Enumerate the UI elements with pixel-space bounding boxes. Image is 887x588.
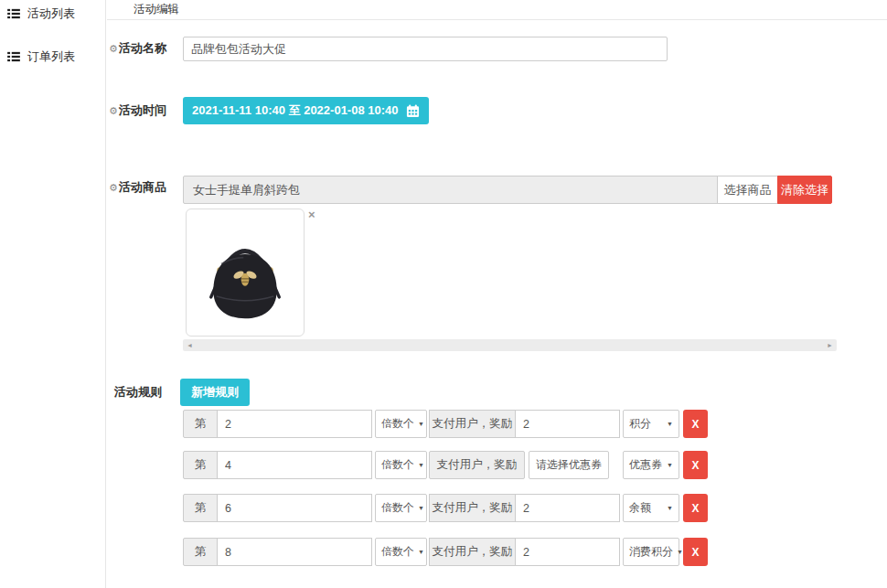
ordinal-input[interactable] [217,451,372,479]
remove-product-icon[interactable]: × [308,208,315,220]
rule-row: 第 倍数个▼ 支付用户，奖励 消费积分▼ X [183,538,708,566]
reward-type-select[interactable]: 积分▼ [623,410,679,438]
caret-down-icon: ▼ [667,505,673,511]
caret-down-icon: ▼ [677,549,683,555]
ordinal-addon: 第 [183,451,218,479]
reward-label-addon: 支付用户，奖励 [429,451,525,479]
calendar-icon [406,104,420,118]
ordinal-input[interactable] [217,410,372,438]
handbag-image [198,219,293,326]
reward-label-addon: 支付用户，奖励 [429,410,516,438]
multiplier-select[interactable]: 倍数个▼ [375,451,427,479]
tab-activity-edit[interactable]: 活动编辑 [134,0,179,19]
list-icon [7,8,20,19]
ordinal-addon: 第 [183,494,218,522]
ordinal-addon: 第 [183,538,218,566]
sidebar-item-label: 活动列表 [27,5,75,22]
ordinal-addon: 第 [183,410,218,438]
caret-down-icon: ▼ [418,549,424,555]
reward-value-input[interactable] [515,410,620,438]
caret-down-icon: ▼ [418,505,424,511]
gear-icon: ⚙ [109,105,118,116]
reward-value-input[interactable] [515,538,620,566]
tab-bar: 活动编辑 [107,0,887,20]
delete-rule-button[interactable]: X [683,410,708,438]
product-image-card [186,208,305,337]
activity-edit-page: 活动列表 订单列表 活动编辑 ⚙活动名称 ⚙活动时间 2021-11-11 10… [0,0,887,588]
caret-down-icon: ▼ [667,421,673,427]
rule-row: 第 倍数个▼ 支付用户，奖励 请选择优惠券 优惠券▼ X [183,451,708,479]
multiplier-select[interactable]: 倍数个▼ [375,494,427,522]
reward-value-input[interactable] [515,494,620,522]
activity-time-label: ⚙活动时间 [109,102,166,119]
reward-type-select[interactable]: 余额▼ [623,494,679,522]
activity-product-label: ⚙活动商品 [109,179,166,196]
caret-down-icon: ▼ [418,462,424,468]
horizontal-scrollbar[interactable]: ◄ ► [183,339,837,351]
sidebar-item-order-list[interactable]: 订单列表 [0,43,105,70]
add-rule-button[interactable]: 新增规则 [180,379,250,406]
select-product-button[interactable]: 选择商品 [717,176,778,204]
product-name-input [183,176,718,204]
sidebar-item-label: 订单列表 [27,48,75,65]
reward-label-addon: 支付用户，奖励 [429,494,516,522]
sidebar: 活动列表 订单列表 [0,0,106,588]
delete-rule-button[interactable]: X [683,494,708,522]
list-icon [7,51,20,62]
date-range-button[interactable]: 2021-11-11 10:40 至 2022-01-08 10:40 [183,97,429,124]
rules-label: 活动规则 [114,384,162,401]
rule-row: 第 倍数个▼ 支付用户，奖励 余额▼ X [183,494,708,522]
rule-row: 第 倍数个▼ 支付用户，奖励 积分▼ X [183,410,708,438]
reward-type-select[interactable]: 优惠券▼ [623,451,679,479]
gear-icon: ⚙ [109,43,118,54]
ordinal-input[interactable] [217,538,372,566]
scroll-right-icon[interactable]: ► [827,342,833,348]
caret-down-icon: ▼ [418,421,424,427]
delete-rule-button[interactable]: X [683,538,708,566]
product-input-group: 选择商品 清除选择 [183,176,832,204]
reward-label-addon: 支付用户，奖励 [429,538,516,566]
clear-selection-button[interactable]: 清除选择 [777,176,832,204]
ordinal-input[interactable] [217,494,372,522]
caret-down-icon: ▼ [667,462,673,468]
gear-icon: ⚙ [109,182,118,193]
multiplier-select[interactable]: 倍数个▼ [375,410,427,438]
activity-name-input[interactable] [183,37,668,61]
reward-type-select[interactable]: 消费积分▼ [623,538,679,566]
scroll-left-icon[interactable]: ◄ [187,342,193,348]
multiplier-select[interactable]: 倍数个▼ [375,538,427,566]
delete-rule-button[interactable]: X [683,451,708,479]
activity-name-label: ⚙活动名称 [109,40,166,57]
date-range-text: 2021-11-11 10:40 至 2022-01-08 10:40 [192,102,399,119]
sidebar-item-activity-list[interactable]: 活动列表 [0,0,105,27]
coupon-select-button[interactable]: 请选择优惠券 [529,451,609,479]
